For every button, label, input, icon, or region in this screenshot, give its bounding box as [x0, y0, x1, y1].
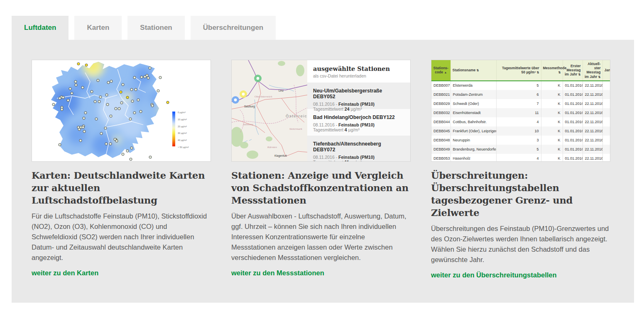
col-jan[interactable]: Jan	[602, 60, 610, 81]
station-marker	[59, 97, 61, 100]
map-label: Österreich	[286, 114, 307, 118]
station-marker	[140, 110, 142, 113]
station-entry[interactable]: Tiefenbach/Altenschneeberg DEBY07208.11.…	[307, 136, 410, 162]
station-marker	[120, 102, 123, 104]
link-weiter-messstationen[interactable]: weiter zu den Messstationen	[231, 269, 324, 277]
legend-label: 40 µg/m³	[178, 138, 187, 142]
link-weiter-ueberschreitungstabellen[interactable]: weiter zu den Überschreitungstabellen	[431, 271, 557, 279]
station-marker	[100, 132, 103, 135]
station-marker	[98, 100, 100, 103]
col-messmethode[interactable]: Messmethode ⇅	[541, 60, 563, 81]
station-marker	[79, 139, 82, 142]
col-tagesmittelwerte[interactable]: Tagesmittelwerte über 50 µg/m³ ⇅	[496, 60, 541, 81]
table-row: DEBB045Frankfurt (Oder), Leipziger Str.1…	[431, 126, 610, 136]
station-marker	[110, 80, 113, 83]
col-aktuellster-messtag[interactable]: Aktuell­ster Mess­tag im Jahr ⇅	[583, 60, 602, 81]
col-erster-messtag[interactable]: Erster Messtag im Jahr ⇅	[563, 60, 583, 81]
station-marker	[133, 112, 136, 114]
station-marker	[78, 128, 81, 131]
station-marker	[59, 143, 61, 146]
color-legend: 0 µg/m³10 µg/m³20 µg/m³30 µg/m³40 µg/m³>…	[172, 111, 202, 149]
germany-map-thumbnail[interactable]: 0 µg/m³10 µg/m³20 µg/m³30 µg/m³40 µg/m³>…	[32, 60, 211, 162]
station-marker	[61, 108, 63, 111]
legend-label: > 50 µg/m³	[178, 146, 189, 149]
station-marker	[83, 130, 86, 133]
table-row: DEBB021Potsdam-Zentrum6K01.01.201622.11.…	[431, 90, 610, 99]
table-row: DEBB044Cottbus, Bahnhofstr.4K01.01.20162…	[431, 117, 610, 126]
station-marker	[105, 143, 108, 145]
stations-thumbnail[interactable]: Oberösterreich Österreich Salzburg Steie…	[231, 60, 411, 162]
station-marker	[149, 156, 152, 158]
station-marker	[130, 158, 132, 160]
stations-panel-title: ausgewählte Stationen	[313, 65, 404, 72]
exceedance-table-thumbnail[interactable]: Stations-code ▲ Stationsname ⇅ Tagesmitt…	[431, 60, 610, 162]
tab-luftdaten[interactable]: Luftdaten	[12, 16, 69, 40]
station-marker	[133, 76, 136, 79]
map-label: Salzburg	[244, 105, 255, 108]
table-row: DEBB053Hasenholz4K01.01.201622.11.2016	[431, 154, 610, 162]
map-label: Salzburg	[243, 123, 253, 126]
station-marker	[107, 81, 110, 84]
csv-download-link[interactable]: als csv-Datei herunterladen	[313, 73, 404, 78]
station-marker	[122, 153, 124, 155]
station-marker	[147, 77, 149, 79]
station-marker	[131, 100, 134, 102]
legend-label: 10 µg/m³	[178, 118, 187, 121]
station-entry[interactable]: Bad Hindelang/Oberjoch DEBY12208.11.2016…	[307, 109, 410, 136]
map-label: Kärnten	[267, 146, 277, 149]
card-body: Für die Luftschadstoffe Feinstaub (PM10)…	[32, 211, 211, 263]
station-marker	[126, 150, 129, 152]
sort-asc-icon: ▲	[444, 71, 447, 74]
station-marker	[120, 91, 122, 93]
station-marker	[95, 118, 98, 120]
col-stationscode[interactable]: Stations-code ▲	[431, 60, 451, 81]
station-marker	[159, 76, 162, 79]
station-marker	[106, 103, 109, 106]
station-marker	[69, 87, 71, 90]
station-marker	[62, 96, 64, 99]
exceedance-table: Stations-code ▲ Stationsname ⇅ Tagesmitt…	[431, 60, 610, 162]
tab-stationen[interactable]: Stationen	[127, 16, 184, 40]
station-marker	[151, 104, 154, 107]
station-marker	[105, 94, 108, 96]
legend-labels: 0 µg/m³10 µg/m³20 µg/m³30 µg/m³40 µg/m³>…	[178, 111, 202, 149]
card-heading: Karten: Deutschlandweite Karten zur aktu…	[32, 169, 211, 206]
station-marker	[75, 84, 77, 86]
station-marker	[167, 101, 169, 104]
table-row: DEBB032Eisenhüttenstadt11K01.01.201622.1…	[431, 108, 610, 117]
station-marker	[157, 90, 159, 92]
station-marker	[81, 86, 84, 89]
col-stationsname[interactable]: Stationsname ⇅	[451, 60, 496, 81]
table-row: DEBB049Brandenburg, Neuendorfer Str.5K01…	[431, 145, 610, 154]
map-label: Klagenfurt	[274, 154, 287, 158]
card-stationen: Oberösterreich Österreich Salzburg Steie…	[231, 60, 411, 279]
table-row: DEBB007Elsterwerda5K01.01.201622.11.2016	[431, 81, 610, 90]
station-marker	[74, 80, 77, 83]
station-marker	[52, 103, 55, 106]
map-label: Steiermark	[289, 127, 303, 131]
tab-karten[interactable]: Karten	[74, 16, 122, 40]
station-marker	[149, 67, 151, 69]
sort-icon: ⇅	[558, 71, 561, 74]
station-marker	[109, 143, 112, 145]
station-marker	[140, 76, 143, 78]
card-body: Überschreitungen des Feinstaub (PM10)-Gr…	[431, 223, 610, 265]
station-list: Neu-Ulm/Gabelsbergerstraße DEBY05208.11.…	[307, 83, 410, 162]
station-marker	[129, 118, 132, 120]
legend-label: 30 µg/m³	[178, 131, 187, 135]
station-marker	[94, 100, 96, 103]
station-marker	[85, 64, 88, 66]
station-entry[interactable]: Neu-Ulm/Gabelsbergerstraße DEBY05208.11.…	[307, 83, 410, 109]
station-marker	[82, 126, 84, 129]
station-marker	[130, 147, 133, 149]
link-weiter-karten[interactable]: weiter zu den Karten	[32, 269, 98, 277]
station-marker	[118, 107, 120, 110]
tab-ueberschreitungen[interactable]: Überschreitungen	[191, 16, 276, 40]
content-panel: 0 µg/m³10 µg/m³20 µg/m³30 µg/m³40 µg/m³>…	[12, 40, 634, 303]
card-heading: Überschreitungen: Überschreitungstabelle…	[431, 169, 610, 219]
station-marker	[122, 83, 124, 86]
table-row: DEBB048Neuruppin3K01.01.201622.11.2016	[431, 136, 610, 145]
sort-icon: ⇅	[537, 71, 539, 74]
legend-label: 20 µg/m³	[178, 125, 187, 128]
station-marker	[126, 96, 129, 99]
